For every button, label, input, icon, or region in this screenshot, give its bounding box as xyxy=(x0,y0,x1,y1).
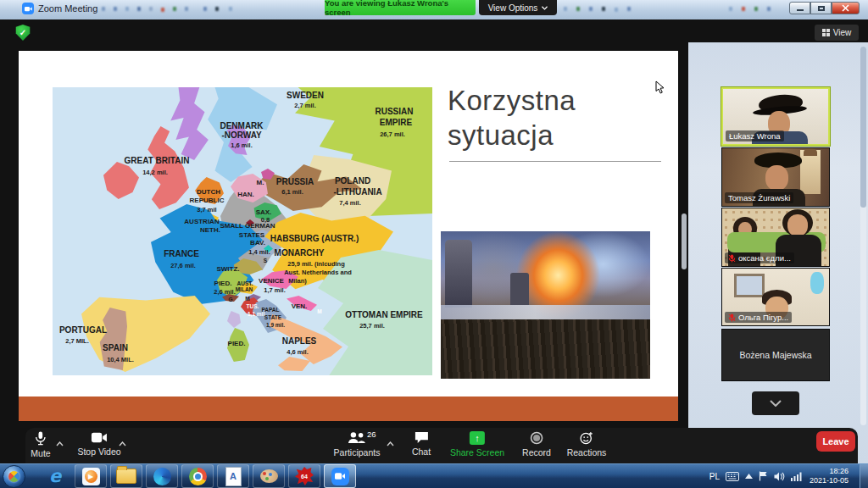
map-label: EMPIRE xyxy=(380,118,412,127)
taskbar-klite-icon[interactable] xyxy=(288,464,320,488)
map-label: 1,7 mil. xyxy=(264,286,285,294)
map-label: DENMARK xyxy=(220,121,263,130)
window-title: Zoom Meeting xyxy=(38,3,97,14)
map-label: 7,4 mil. xyxy=(339,199,360,207)
reactions-button[interactable]: Reactions xyxy=(567,431,607,458)
close-button[interactable] xyxy=(832,2,860,14)
language-indicator[interactable]: PL xyxy=(709,472,720,481)
participant-name: Bożena Majewska xyxy=(722,330,829,380)
map-label: 2,7 mil. xyxy=(294,102,315,109)
start-button[interactable] xyxy=(3,465,25,488)
taskbar-internet-explorer-icon[interactable] xyxy=(39,464,71,488)
taskbar-edge-icon[interactable] xyxy=(146,464,178,488)
map-label: VENICE xyxy=(259,277,284,285)
volume-icon[interactable] xyxy=(774,472,785,481)
titlebar-artifacts xyxy=(102,7,105,11)
viewing-screen-banner: You are viewing Łukasz Wrona's screen xyxy=(325,0,476,15)
map-label: 3,7 mil xyxy=(197,206,216,214)
map-label: NETH. xyxy=(200,226,220,234)
minimize-button[interactable] xyxy=(789,2,810,14)
participant-tile-olga[interactable]: Ольга Пігур... xyxy=(721,268,830,326)
map-label: MILAN xyxy=(236,286,253,292)
sidebar-scrollbar[interactable] xyxy=(860,47,866,425)
video-camera-icon xyxy=(92,431,108,444)
map-label: DUTCH xyxy=(197,188,220,196)
map-label: 1,6 mil. xyxy=(231,141,252,149)
map-label: 4,6 mil. xyxy=(287,348,308,356)
map-label: OTTOMAN EMPIRE xyxy=(345,310,422,319)
share-screen-button[interactable]: Share Screen xyxy=(450,431,504,458)
mute-button[interactable]: Mute xyxy=(31,431,50,458)
map-label: 1,9 mil. xyxy=(266,322,285,328)
windows-flag-icon xyxy=(8,471,19,482)
taskbar-wordpad-icon[interactable] xyxy=(217,464,249,488)
chevron-down-icon xyxy=(542,6,548,10)
keyboard-icon[interactable] xyxy=(726,472,739,481)
taskbar-clock[interactable]: 18:26 2021-10-05 xyxy=(810,467,849,485)
map-label: STATES xyxy=(239,231,264,239)
map-label: SWEDEN xyxy=(287,91,324,100)
participant-tile-lukasz-wrona[interactable]: Łukasz Wrona xyxy=(721,87,830,146)
view-options-button[interactable]: View Options xyxy=(479,0,557,15)
participant-tile-bozena-majewska[interactable]: Bożena Majewska xyxy=(721,329,830,381)
map-label: PIED. xyxy=(228,340,246,347)
windows-taskbar: PL 18:26 2021-10-05 xyxy=(0,463,868,488)
taskbar-paint-icon[interactable] xyxy=(253,464,285,488)
window-titlebar: Zoom Meeting You are viewing Łukasz Wron… xyxy=(0,0,868,20)
more-participants-button[interactable] xyxy=(752,391,799,415)
map-label: HAN. xyxy=(237,191,254,198)
participants-icon xyxy=(348,431,366,445)
maximize-button[interactable] xyxy=(810,2,832,14)
view-layout-button[interactable]: View xyxy=(815,25,859,41)
network-signal-icon[interactable] xyxy=(791,472,802,481)
microphone-icon xyxy=(35,431,47,446)
map-label: PRUSSIA xyxy=(276,177,314,186)
share-screen-icon xyxy=(470,431,485,445)
participant-tile-oksana[interactable]: оксана єдли... xyxy=(721,208,830,267)
record-button[interactable]: Record xyxy=(522,431,551,458)
taskbar-zoom-icon[interactable] xyxy=(324,464,356,488)
meeting-content: View SWEDEN2,7 mil.DENMARK-NORWAY1,6 mil… xyxy=(0,19,868,463)
map-label: RUSSIAN xyxy=(375,107,413,116)
participants-count-badge: 26 xyxy=(367,430,376,439)
action-center-flag-icon[interactable] xyxy=(759,471,768,481)
muted-mic-icon xyxy=(728,254,736,263)
taskbar-media-player-icon[interactable] xyxy=(75,464,107,488)
chat-bubble-icon xyxy=(415,431,429,444)
mute-options-chevron[interactable] xyxy=(56,435,64,450)
map-label: GREAT BRITAIN xyxy=(125,156,190,165)
show-desktop-button[interactable] xyxy=(860,464,868,488)
map-label: 26,7 mil. xyxy=(380,130,405,138)
map-label: BAV. xyxy=(250,239,265,247)
encryption-shield-icon[interactable] xyxy=(15,25,31,41)
participant-tile-tomasz-zurawski[interactable]: Tomasz Żurawski xyxy=(721,147,830,207)
chat-button[interactable]: Chat xyxy=(412,431,431,457)
map-label: M xyxy=(245,296,249,302)
presentation-scrollbar[interactable] xyxy=(682,214,687,269)
leave-button[interactable]: Leave xyxy=(816,431,855,452)
app-title-group: Zoom Meeting xyxy=(22,3,97,14)
map-label: 14,2 mil. xyxy=(142,169,168,176)
participants-options-chevron[interactable] xyxy=(387,435,394,450)
map-region-norway xyxy=(165,87,218,160)
map-label: Milan) xyxy=(288,277,307,285)
map-label: SPAIN xyxy=(103,343,128,352)
taskbar-file-explorer-icon[interactable] xyxy=(110,464,142,488)
chevron-down-icon xyxy=(770,400,782,407)
map-label: 10,4 MIL. xyxy=(107,356,134,363)
map-label: PORTUGAL xyxy=(59,325,107,335)
taskbar-chrome-icon[interactable] xyxy=(181,464,214,488)
title-underline xyxy=(449,161,661,162)
map-label: AUST. xyxy=(237,280,253,286)
map-label: 27,6 mil. xyxy=(170,262,196,269)
map-label: M. xyxy=(257,179,264,186)
map-label: TUS. xyxy=(247,303,259,309)
hidden-icons-chevron[interactable] xyxy=(745,474,753,479)
map-label: FRANCE xyxy=(164,249,199,258)
video-options-chevron[interactable] xyxy=(119,435,126,450)
map-label: 1,4 mil. xyxy=(248,248,270,256)
meeting-toolbar xyxy=(25,428,858,463)
map-label: -LITHUANIA xyxy=(333,187,381,197)
sidebar-scrollbar-thumb[interactable] xyxy=(860,47,866,208)
stop-video-button[interactable]: Stop Video xyxy=(77,431,120,457)
